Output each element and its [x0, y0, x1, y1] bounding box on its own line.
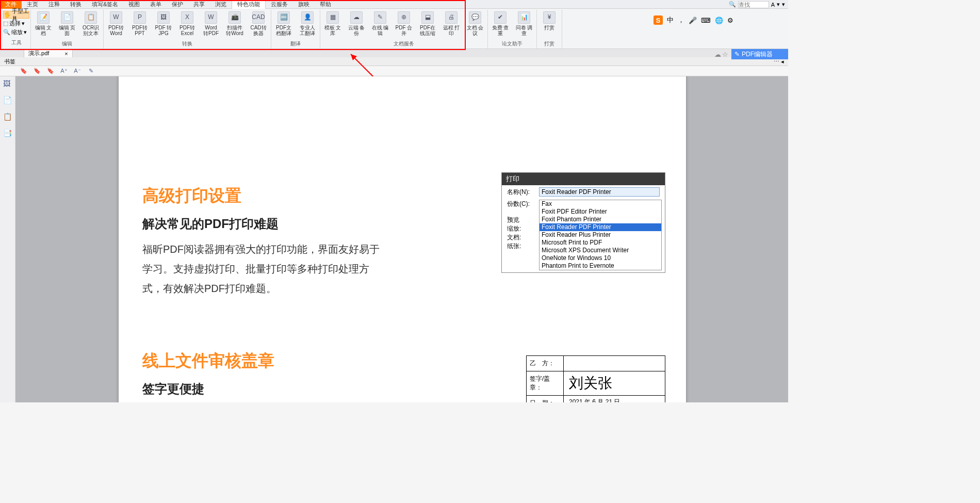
- quick-tools: 🖐 手型工具 ⬚ 选择 ▾ 🔍 缩放 ▾ 工具: [2, 10, 31, 48]
- printer-opt-5: Microsoft Print to PDF: [540, 239, 661, 247]
- printer-opt-3: Foxit Reader PDF Printer: [540, 223, 661, 231]
- print-dialog-illustration: 打印 名称(N): Foxit Reader PDF Printer 份数(C)…: [501, 172, 665, 273]
- rail-clipboard-icon[interactable]: 📋: [3, 112, 12, 122]
- close-tab-icon[interactable]: ×: [64, 51, 68, 57]
- ime-keyboard-icon[interactable]: ⌨: [701, 17, 711, 24]
- tab-form[interactable]: 表单: [145, 0, 167, 9]
- tab-convert[interactable]: 转换: [65, 0, 87, 9]
- tab-fill-sign[interactable]: 填写&签名: [87, 0, 123, 9]
- scale-label: 缩放:: [507, 224, 534, 233]
- select-tool-button[interactable]: ⬚ 选择 ▾: [3, 20, 29, 27]
- pdf-compress-button[interactable]: ⬓PDF在 线压缩: [418, 11, 437, 36]
- tab-cloud[interactable]: 云服务: [266, 0, 293, 9]
- tab-annotate[interactable]: 注释: [43, 0, 65, 9]
- search-icon[interactable]: 🔍: [729, 1, 736, 8]
- edit-page-button[interactable]: 📄编辑 页面: [58, 11, 76, 36]
- group-label-translate: 翻译: [290, 40, 301, 48]
- printer-opt-0: Fax: [540, 200, 661, 208]
- template-lib-button[interactable]: ▦模板 文库: [323, 11, 342, 36]
- pdf-merge-button[interactable]: ⊕PDF 合并: [395, 11, 413, 36]
- tab-qiying[interactable]: 旗映: [293, 0, 315, 9]
- tab-features[interactable]: 特色功能: [232, 0, 266, 9]
- ime-globe-icon[interactable]: 🌐: [715, 17, 723, 24]
- doc-meeting-button[interactable]: 💬文档 会议: [466, 11, 484, 36]
- pro-translate-button[interactable]: 👤专业人 工翻译: [298, 11, 317, 36]
- preview-label: 预览: [507, 216, 534, 224]
- hand-tool-button[interactable]: 🖐 手型工具: [3, 11, 29, 19]
- group-label-docservice: 文档服务: [394, 40, 414, 48]
- bm-tool-3[interactable]: 🔖: [46, 67, 55, 75]
- group-label-edit: 编辑: [62, 40, 72, 48]
- word-to-pdf-button[interactable]: WWord 转PDF: [202, 11, 220, 36]
- document-tab[interactable]: 演示.pdf ×: [24, 49, 73, 57]
- group-label-convert: 转换: [182, 40, 192, 48]
- star-icon[interactable]: ☆: [722, 51, 728, 58]
- printer-opt-4: Foxit Reader Plus Printer: [540, 231, 661, 239]
- ribbon-group-convert: WPDF转 Word PPDF转 PPT 🖼PDF 转JPG XPDF转 Exc…: [104, 10, 271, 48]
- tab-protect[interactable]: 保护: [167, 0, 188, 9]
- cad-convert-button[interactable]: CADCAD转 换器: [249, 11, 268, 36]
- scan-to-word-button[interactable]: 📠扫描件 转Word: [225, 11, 244, 36]
- cloud-backup-button[interactable]: ☁云端 备份: [347, 11, 366, 36]
- ime-lang[interactable]: 中: [667, 15, 674, 25]
- sign-label: 签字/盖章：: [527, 371, 564, 395]
- tab-browse[interactable]: 浏览: [210, 0, 232, 9]
- pdf-to-jpg-button[interactable]: 🖼PDF 转JPG: [154, 11, 173, 36]
- pdf-to-ppt-button[interactable]: PPDF转 PPT: [130, 11, 149, 36]
- menu-tabbar: 文件 主页 注释 转换 填写&签名 视图 表单 保护 共享 浏览 特色功能 云服…: [0, 0, 788, 9]
- cloud-icon[interactable]: ☁: [714, 51, 721, 58]
- tab-share[interactable]: 共享: [188, 0, 210, 9]
- rail-layers-icon[interactable]: 📑: [3, 129, 12, 138]
- sogou-icon[interactable]: S: [654, 15, 663, 25]
- pdf-to-word-button[interactable]: WPDF转 Word: [107, 11, 125, 36]
- bookmarks-title: 书签: [4, 58, 15, 66]
- bm-tool-2[interactable]: 🔖: [33, 67, 41, 75]
- remote-print-button[interactable]: 🖨远程 打印: [442, 11, 461, 36]
- rail-page-icon[interactable]: 📄: [3, 96, 12, 105]
- tab-help[interactable]: 帮助: [315, 0, 336, 9]
- ime-settings-icon[interactable]: ⚙: [727, 17, 733, 24]
- paper-label: 纸张:: [507, 242, 534, 251]
- group-label-tools: 工具: [3, 39, 29, 46]
- free-check-button[interactable]: ✔免费 查重: [491, 11, 510, 36]
- signature-illustration: 乙 方： 签字/盖章：刘关张 日 期：2021 年 6 月 21 日: [526, 355, 665, 402]
- bookmarks-header: 书签 ⋯ ◂: [0, 57, 788, 66]
- survey-button[interactable]: 📊问卷 调查: [515, 11, 533, 36]
- reward-button[interactable]: ¥打赏: [540, 11, 559, 30]
- pdf-translate-button[interactable]: 🔤PDF文 档翻译: [274, 11, 293, 36]
- ribbon-group-reward: ¥打赏 打赏: [537, 10, 562, 48]
- pdf-editor-label: PDF编辑器: [742, 50, 773, 59]
- edit-doc-button[interactable]: 📝编辑 文档: [34, 11, 53, 36]
- search-more-icon[interactable]: ▾: [782, 1, 785, 8]
- ime-bar: S 中 ， 🎤 ⌨ 🌐 ⚙: [654, 14, 733, 26]
- pencil-icon: ✎: [734, 51, 740, 58]
- font-decrease-button[interactable]: A⁻: [73, 67, 81, 75]
- online-edit-button[interactable]: ✎在线 编辑: [371, 11, 389, 36]
- printer-opt-1: Foxit PDF Editor Printer: [540, 208, 661, 216]
- doc-label: 文档:: [507, 233, 534, 242]
- ribbon-group-translate: 🔤PDF文 档翻译 👤专业人 工翻译 翻译: [271, 10, 320, 48]
- rail-thumbnails-icon[interactable]: 🖼: [3, 79, 12, 89]
- search-input[interactable]: [738, 1, 769, 8]
- bm-edit-button[interactable]: ✎: [87, 67, 95, 75]
- printer-opt-8: Phantom Print to Evernote: [540, 262, 661, 270]
- font-increase-button[interactable]: A⁺: [60, 67, 68, 75]
- pdf-to-excel-button[interactable]: XPDF转 Excel: [178, 11, 197, 36]
- content-area: 高级打印设置 解决常见的PDF打印难题 福昕PDF阅读器拥有强大的打印功能，界面…: [15, 76, 788, 402]
- document-tabs: 演示.pdf ×: [0, 49, 788, 57]
- search-area: 🔍 A ▾ ▾: [729, 0, 788, 9]
- pdf-editor-button[interactable]: ✎ PDF编辑器: [731, 49, 788, 59]
- document-tab-label: 演示.pdf: [28, 50, 49, 57]
- ime-mic-icon[interactable]: 🎤: [689, 17, 697, 24]
- ocr-button[interactable]: 📋OCR识 别文本: [81, 11, 100, 36]
- zoom-tool-button[interactable]: 🔍 缩放 ▾: [3, 28, 29, 36]
- search-letter[interactable]: A: [771, 2, 775, 8]
- ime-punct-icon[interactable]: ，: [678, 15, 684, 25]
- date-value: 2021 年 6 月 21 日: [564, 396, 665, 402]
- tab-view[interactable]: 视图: [123, 0, 145, 9]
- printer-opt-7: OneNote for Windows 10: [540, 254, 661, 262]
- bm-tool-1[interactable]: 🔖: [20, 67, 28, 75]
- paragraph-print: 福昕PDF阅读器拥有强大的打印功能，界面友好易于学习。支持虚拟打印、批量打印等多…: [142, 239, 385, 298]
- pdf-page: 高级打印设置 解决常见的PDF打印难题 福昕PDF阅读器拥有强大的打印功能，界面…: [119, 76, 686, 402]
- search-chevron-icon[interactable]: ▾: [777, 1, 780, 8]
